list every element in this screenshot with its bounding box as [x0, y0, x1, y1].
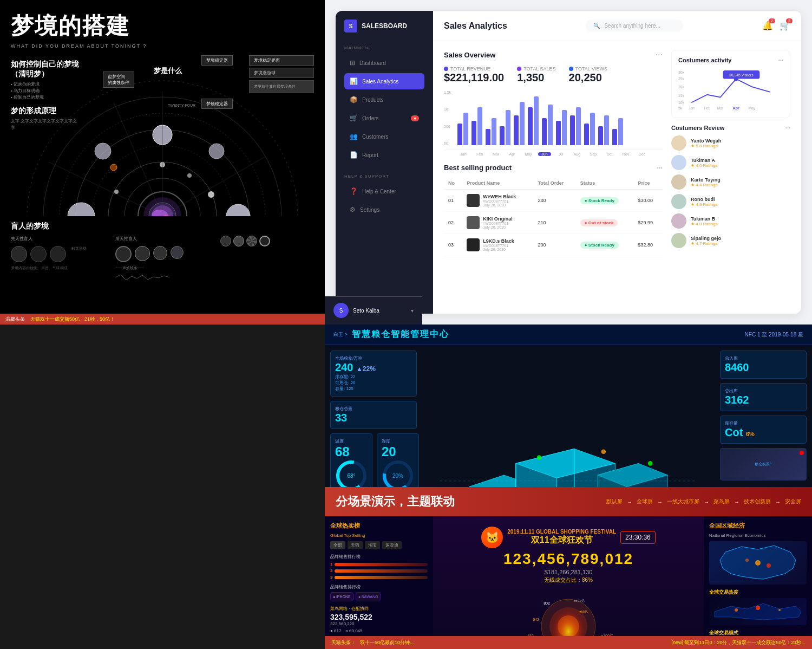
- bar-mar: [486, 118, 496, 145]
- cart-badge: 3: [786, 18, 793, 23]
- shopping-center: 🐱 2019.11.11 GLOBAL SHOPPING FESTIVAL 双1…: [433, 516, 704, 649]
- sales-user[interactable]: S Seto Kaiba ▾: [336, 296, 422, 314]
- svg-point-99: [778, 609, 781, 611]
- filter-tmall[interactable]: 天猫: [348, 541, 363, 549]
- table-row[interactable]: 03 L9KD.s Black #WD00877761: [444, 234, 663, 256]
- row3-no: 03: [444, 234, 462, 256]
- filter-express[interactable]: 速卖通: [382, 541, 402, 549]
- warehouse-nav-left: 白玉 >: [333, 331, 348, 338]
- sales-metrics: TOTAL REVENUE $221,119.00 TOTAL SALES: [444, 66, 663, 84]
- settings-icon: ⚙: [350, 206, 356, 213]
- warehouse-title: 智慧粮仓智能管理中心: [352, 329, 449, 340]
- overview-more-icon[interactable]: ···: [656, 50, 663, 60]
- svg-point-80: [537, 455, 542, 460]
- reviewer4-info: Rono budi ★ 4.8 Ratings: [691, 197, 718, 207]
- metric-revenue: TOTAL REVENUE $221,119.00: [444, 66, 504, 84]
- warehouse-right-panel: 总入库 8460 总出库 3162 库存量 Cot 6% 粮仓实景1: [715, 345, 812, 487]
- shopping-left-title: 全球热卖榜: [330, 522, 428, 530]
- sales-right-panel: Costumers activity ··· 30k 25k 20k 15k: [671, 50, 790, 256]
- festival-countdown: 23:30:36: [620, 531, 656, 544]
- svg-point-96: [767, 563, 771, 568]
- reviews-more-icon[interactable]: ···: [785, 125, 790, 131]
- svg-point-12: [209, 144, 224, 159]
- reviewer5-rating: ★ 4.8 Ratings: [691, 222, 718, 226]
- col-price: Price: [634, 177, 663, 190]
- notification-button[interactable]: 🔔 2: [762, 21, 773, 31]
- orders-icon: 🛒: [350, 114, 358, 122]
- reviewer5-info: Tukiman B ★ 4.8 Ratings: [691, 216, 718, 226]
- filter-all[interactable]: 全部: [330, 541, 345, 549]
- svg-line-34: [114, 102, 162, 216]
- activity-more-icon[interactable]: ···: [778, 57, 783, 63]
- svg-text:68°: 68°: [347, 473, 355, 479]
- svg-point-18: [95, 143, 111, 159]
- reviewer6-rating: ★ 4.7 Ratings: [691, 241, 721, 246]
- metric-views: TOTAL VIEWS 20,250: [569, 66, 607, 84]
- sidebar-item-products[interactable]: 📦 Products: [344, 92, 424, 108]
- reviewer2-name: Tukiman A: [691, 158, 718, 163]
- tmall-icon: 🐱: [481, 527, 503, 548]
- sidebar-item-help[interactable]: ❓ Help & Center: [344, 183, 424, 199]
- festival-amount: $181,266,281,130: [481, 569, 656, 575]
- sidebar-item-dashboard[interactable]: ⊞ Dashboard: [344, 55, 424, 71]
- table-row[interactable]: 02 KIKI Original #WD00877761: [444, 212, 663, 234]
- sidebar-item-settings[interactable]: ⚙ Settings: [344, 202, 424, 218]
- bar-nov: [598, 115, 609, 145]
- reviewer2-rating-value: 4.0 Ratings: [696, 163, 717, 168]
- row1-no: 01: [444, 190, 462, 212]
- sales-nav-label: MAINMENU: [344, 46, 424, 50]
- help-icon: ❓: [350, 187, 358, 195]
- cart-button[interactable]: 🛒 3: [780, 21, 790, 31]
- svg-text:642: 642: [533, 618, 539, 621]
- sidebar-item-report[interactable]: 📄 Report: [344, 147, 424, 163]
- activity-chart: 30k 25k 20k 15k 10k 5k: [678, 68, 783, 111]
- review-item-3: Karto Tuying ★ 4.4 Ratings: [671, 174, 790, 190]
- shopping-right-title: 全国区域经济: [709, 522, 807, 530]
- review-item-6: Sipaling gejo ★ 4.7 Ratings: [671, 233, 790, 248]
- filter-taobao[interactable]: 淘宝: [365, 541, 380, 549]
- world-map: [709, 598, 807, 625]
- sales-search[interactable]: 🔍 Search anything here...: [586, 20, 683, 32]
- reviewer1-name: Yanto Wegah: [691, 138, 721, 144]
- row3-name: L9KD.s Black #WD00877761 July 26, 2020: [462, 234, 533, 256]
- reviewer2-rating: ★ 4.0 Ratings: [691, 163, 718, 168]
- svg-text:15k: 15k: [678, 94, 685, 98]
- row2-name: KIKI Original #WD00877761 July 26, 2020: [462, 212, 533, 234]
- sidebar-analytics-label: Sales Analytics: [362, 79, 398, 85]
- svg-text:TWENTY-FOUR: TWENTY-FOUR: [168, 103, 195, 107]
- sales-chart: 1.5k1k50060: [444, 90, 663, 150]
- sidebar-orders-label: Orders: [362, 115, 379, 121]
- ticker-text: 天猫双十一成交额50亿：21秒，50亿！: [30, 316, 115, 323]
- reviewer1-rating: ★ 5.0 Ratings: [691, 144, 721, 148]
- reviewer2-info: Tukiman A ★ 4.0 Ratings: [691, 158, 718, 168]
- dream-subtitle: WHAT DID YOU DREAM ABOUT TONINGT ?: [11, 43, 314, 49]
- bar-aug: [556, 110, 567, 145]
- ticker-left: 天猫头条：: [331, 639, 356, 646]
- col-status: Status: [576, 177, 634, 190]
- views-value: 20,250: [569, 72, 607, 84]
- svg-text:802: 802: [543, 601, 550, 605]
- products-more-icon[interactable]: ···: [657, 164, 663, 172]
- reviewer2-avatar: [671, 155, 686, 170]
- reviewer3-info: Karto Tuying ★ 4.4 Ratings: [691, 177, 721, 187]
- panel-sales: S SALESBOARD MAINMENU ⊞ Dashboard 📊 Sale…: [325, 0, 812, 325]
- bar-apr: [500, 110, 510, 145]
- sidebar-customers-label: Customers: [362, 134, 388, 140]
- sidebar-item-analytics[interactable]: 📊 Sales Analytics: [344, 73, 424, 89]
- sales-content-grid: Sales Overview ··· TOTAL REVENUE $221,11: [433, 41, 801, 265]
- overview-header: Sales Overview ···: [444, 50, 663, 60]
- festival-year: 2019.11.11 GLOBAL SHOPPING FESTIVAL: [507, 529, 616, 535]
- svg-point-20: [187, 173, 192, 178]
- sidebar-help-label: Help & Center: [362, 189, 396, 194]
- sidebar-dashboard-label: Dashboard: [359, 60, 386, 66]
- sidebar-item-orders[interactable]: 🛒 Orders ●: [344, 110, 424, 126]
- reviewer1-avatar: [671, 135, 686, 151]
- orders-badge: ●: [411, 115, 419, 121]
- table-row[interactable]: 01 WeWEH Black #WD00877761 J: [444, 190, 663, 212]
- row3-price: $32.80: [634, 234, 663, 256]
- bar-jan: [457, 113, 468, 145]
- blind-row2-label: 后天性盲人: [115, 236, 209, 242]
- svg-point-97: [735, 608, 738, 612]
- svg-point-95: [745, 559, 749, 562]
- sidebar-item-customers[interactable]: 👥 Customers: [344, 128, 424, 145]
